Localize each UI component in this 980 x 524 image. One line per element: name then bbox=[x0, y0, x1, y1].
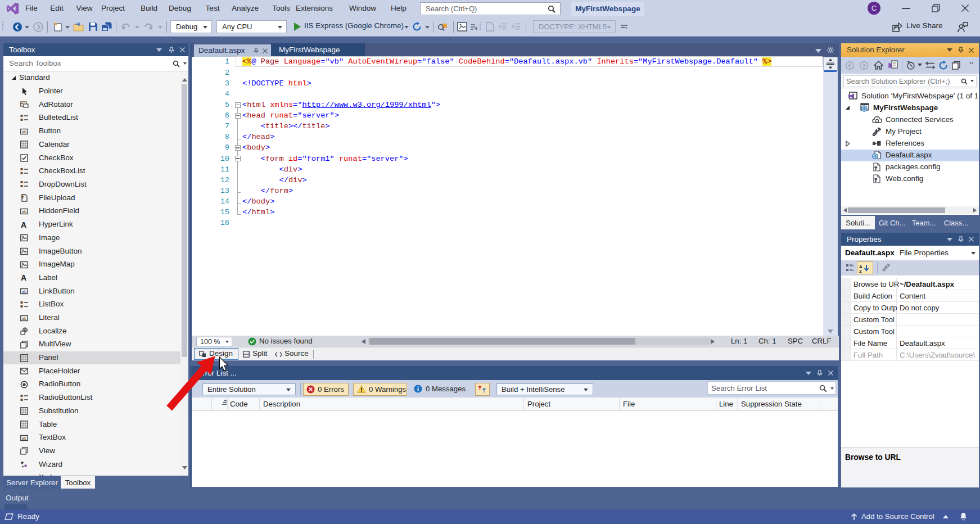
svg-text:ai: ai bbox=[20, 475, 25, 476]
svg-text:ab: ab bbox=[22, 317, 26, 320]
svg-text:Z: Z bbox=[859, 269, 862, 273]
svg-text:ab: ab bbox=[22, 436, 26, 440]
svg-text:ab: ab bbox=[22, 210, 26, 214]
svg-text:ab: ab bbox=[22, 130, 26, 134]
svg-text:ab: ab bbox=[22, 290, 26, 293]
